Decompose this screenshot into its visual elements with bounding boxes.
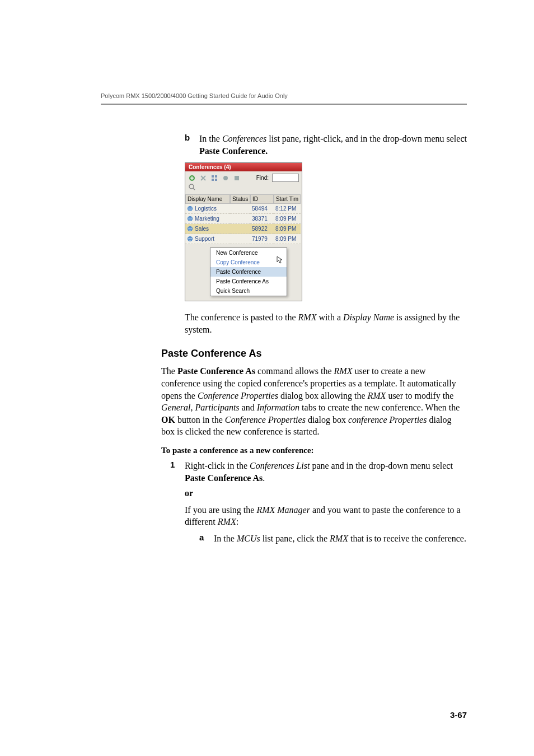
col-id[interactable]: ID <box>250 194 274 204</box>
record-icon[interactable] <box>222 174 229 182</box>
text: : <box>236 517 238 526</box>
svg-point-8 <box>188 206 193 211</box>
text: user to modify the <box>386 391 453 400</box>
table-header: Display Name Status ID Start Tim <box>185 194 302 204</box>
svg-point-9 <box>189 208 190 209</box>
table-row[interactable]: Support 71979 8:09 PM <box>185 234 302 244</box>
table-row[interactable]: Marketing 38371 8:09 PM <box>185 214 302 224</box>
svg-point-10 <box>190 208 191 209</box>
text: . <box>263 473 265 483</box>
text: list pane, click the <box>260 534 330 543</box>
text: The <box>161 366 177 376</box>
step-1-text: Right-click in the Conferences List pane… <box>185 460 467 484</box>
col-start-time[interactable]: Start Tim <box>274 194 301 204</box>
text: button in the <box>175 415 225 424</box>
ctx-copy-conference[interactable]: Copy Conference <box>210 258 287 267</box>
text: Paste Conference. <box>199 146 268 156</box>
conf-id: 38371 <box>250 214 274 224</box>
text: RMX <box>330 534 348 543</box>
conf-time: 8:09 PM <box>274 234 301 244</box>
conf-time: 8:09 PM <box>274 214 301 224</box>
text: pane and in the drop-down menu select <box>310 461 452 470</box>
after-shot-paragraph: The conference is pasted to the RMX with… <box>185 311 467 335</box>
text: RMX <box>334 366 353 376</box>
stop-icon[interactable] <box>233 174 241 182</box>
table-row[interactable]: Sales 58922 8:09 PM <box>185 224 302 234</box>
step-letter-a: a <box>199 533 214 545</box>
if-using-rmx-manager: If you are using the RMX Manager and you… <box>185 504 467 528</box>
text: Conferences <box>222 134 266 143</box>
text: The conference is pasted to the <box>185 312 298 322</box>
step-letter-b: b <box>185 133 199 157</box>
conferences-pane-screenshot: Conferences (4) Find: <box>185 162 302 301</box>
delete-icon[interactable] <box>199 174 207 182</box>
conf-name: Logistics <box>195 206 217 212</box>
pane-toolbar: Find: <box>185 171 302 183</box>
svg-point-7 <box>189 184 194 189</box>
step-a-text: In the MCUs list pane, click the RMX tha… <box>214 533 467 545</box>
svg-point-16 <box>190 228 191 229</box>
ctx-quick-search[interactable]: Quick Search <box>210 286 287 296</box>
svg-point-18 <box>189 238 190 239</box>
ctx-paste-conference-as[interactable]: Paste Conference As <box>210 277 287 286</box>
text: command allows the <box>255 366 334 376</box>
conf-id: 58922 <box>250 224 274 234</box>
text: RMX <box>218 517 236 526</box>
text: Information <box>257 403 299 412</box>
text: Paste Conference As <box>177 366 255 376</box>
text: and <box>240 403 257 412</box>
text: In the <box>199 134 222 143</box>
svg-rect-6 <box>235 176 239 180</box>
page-number: 3-67 <box>450 710 467 720</box>
text: OK <box>161 415 175 424</box>
text: Paste Conference As <box>185 473 263 483</box>
svg-rect-4 <box>215 179 217 181</box>
description-paragraph: The Paste Conference As command allows t… <box>161 365 467 438</box>
new-conf-icon[interactable] <box>188 174 196 182</box>
running-header: Polycom RMX 1500/2000/4000 Getting Start… <box>101 92 467 105</box>
text: with a <box>316 312 343 322</box>
svg-point-17 <box>188 236 193 241</box>
text: In the <box>214 534 237 543</box>
svg-point-5 <box>223 176 228 180</box>
conf-name: Marketing <box>195 216 219 222</box>
text: that is to receive the conference. <box>348 534 466 543</box>
layout-icon[interactable] <box>210 174 218 182</box>
text: Right-click in the <box>185 461 250 470</box>
svg-point-15 <box>189 228 190 229</box>
conf-name: Support <box>195 236 214 242</box>
conf-time: 8:12 PM <box>274 204 301 214</box>
step-1: 1 Right-click in the Conferences List pa… <box>170 460 467 484</box>
text: Conferences List <box>250 461 310 470</box>
text: conference Properties <box>348 415 427 424</box>
find-input[interactable] <box>272 174 299 182</box>
svg-point-11 <box>188 216 193 221</box>
text: dialog box <box>306 415 348 424</box>
text: RMX <box>368 391 386 400</box>
text: dialog box allowing the <box>278 391 368 400</box>
conf-id: 71979 <box>250 234 274 244</box>
text: Conference Properties <box>225 415 306 424</box>
svg-rect-1 <box>212 175 214 178</box>
text: Participants <box>195 403 239 412</box>
conf-time: 8:09 PM <box>274 224 301 234</box>
col-status[interactable]: Status <box>230 194 250 204</box>
conf-name: Sales <box>195 226 209 232</box>
text: MCUs <box>237 534 260 543</box>
step-b-text: In the Conferences list pane, right-clic… <box>199 133 467 157</box>
step-a: a In the MCUs list pane, click the RMX t… <box>199 533 467 545</box>
table-row[interactable]: Logistics 58494 8:12 PM <box>185 204 302 214</box>
ctx-paste-conference[interactable]: Paste Conference <box>210 267 287 277</box>
context-menu: New Conference Copy Conference Paste Con… <box>210 248 287 296</box>
text: RMX <box>298 312 317 322</box>
cursor-icon <box>277 256 283 264</box>
col-display-name[interactable]: Display Name <box>185 194 230 204</box>
procedure-title: To paste a conference as a new conferenc… <box>161 446 467 455</box>
ctx-new-conference[interactable]: New Conference <box>210 248 287 258</box>
section-title-paste-conference-as: Paste Conference As <box>161 348 467 360</box>
step-number-1: 1 <box>170 460 185 484</box>
search-icon[interactable] <box>188 183 196 191</box>
text: Conference Properties <box>198 391 278 400</box>
pane-title: Conferences (4) <box>185 163 302 171</box>
svg-point-12 <box>189 218 190 219</box>
